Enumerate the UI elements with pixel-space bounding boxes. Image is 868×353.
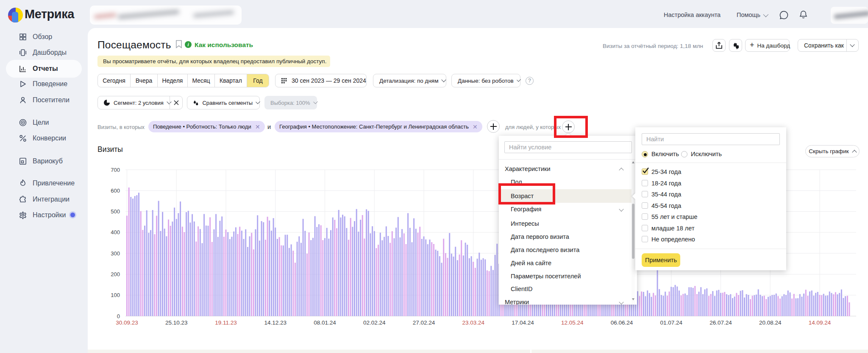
svg-text:14.12.23: 14.12.23 — [264, 319, 287, 326]
svg-text:400: 400 — [111, 229, 120, 235]
svg-text:26.07.24: 26.07.24 — [709, 319, 732, 326]
svg-text:0: 0 — [117, 313, 120, 319]
svg-text:600: 600 — [111, 188, 120, 194]
svg-text:20.08.24: 20.08.24 — [759, 319, 782, 326]
svg-text:100: 100 — [111, 292, 120, 298]
svg-text:27.02.24: 27.02.24 — [413, 319, 435, 326]
svg-text:30.09.23: 30.09.23 — [116, 319, 138, 326]
svg-text:700: 700 — [111, 167, 120, 173]
svg-text:12.05.24: 12.05.24 — [561, 319, 584, 326]
svg-text:01.07.24: 01.07.24 — [660, 319, 683, 326]
svg-text:200: 200 — [111, 271, 120, 277]
svg-text:25.10.23: 25.10.23 — [165, 319, 188, 326]
svg-text:300: 300 — [111, 250, 120, 257]
svg-text:17.04.24: 17.04.24 — [512, 319, 534, 326]
svg-text:08.01.24: 08.01.24 — [314, 319, 336, 326]
svg-text:19.11.23: 19.11.23 — [215, 319, 237, 326]
svg-text:14.09.24: 14.09.24 — [809, 319, 831, 326]
svg-text:02.02.24: 02.02.24 — [363, 319, 386, 326]
svg-text:23.03.24: 23.03.24 — [462, 319, 485, 326]
svg-text:500: 500 — [111, 208, 120, 215]
svg-text:06.06.24: 06.06.24 — [611, 319, 633, 326]
